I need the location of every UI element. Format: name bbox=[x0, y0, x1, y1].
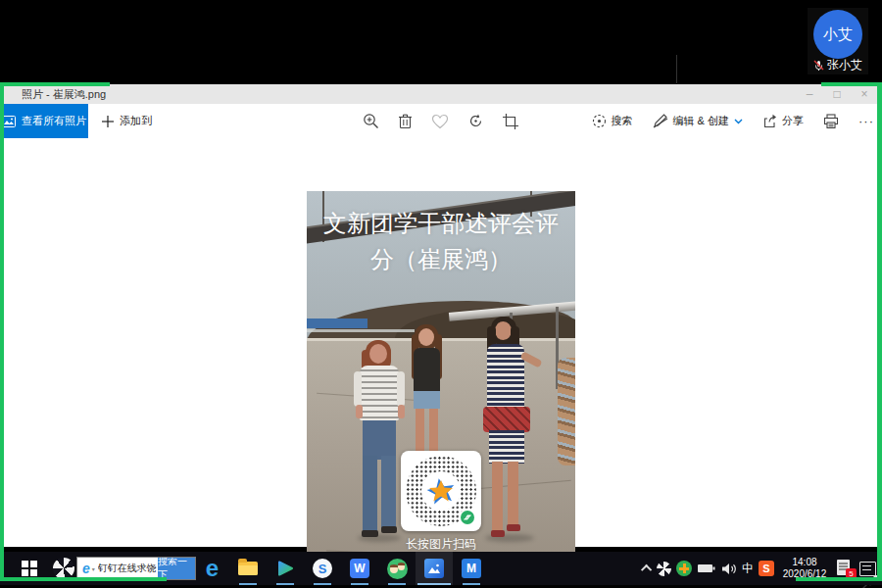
play-icon bbox=[275, 559, 295, 578]
photos-app-window: 照片 - 崔展鸿.png – □ × 查看所有照片 bbox=[0, 84, 882, 547]
ime-language-indicator[interactable]: 中 bbox=[742, 561, 754, 577]
tray-antivirus-icon[interactable] bbox=[676, 561, 692, 576]
open-app-indicator bbox=[314, 583, 331, 585]
tray-expand-chevron-icon[interactable] bbox=[641, 564, 652, 575]
overlay-window-edge bbox=[676, 55, 677, 83]
taskbar-sogou-browser[interactable]: S bbox=[304, 552, 341, 585]
share-icon bbox=[762, 114, 777, 128]
title-bar[interactable]: 照片 - 崔展鸿.png – □ × bbox=[0, 84, 882, 104]
photo-viewer-area: 文新团学干部述评会评分（崔展鸿） bbox=[0, 138, 882, 547]
action-center-icon[interactable] bbox=[859, 562, 876, 576]
tray-pinwheel-icon[interactable] bbox=[657, 562, 671, 576]
more-options-button[interactable]: ··· bbox=[858, 114, 874, 128]
taskbar-edge[interactable]: e bbox=[192, 552, 229, 585]
wechat-icon bbox=[459, 509, 476, 526]
taskbar-meeting-app[interactable] bbox=[378, 552, 416, 585]
edit-create-label: 编辑 & 创建 bbox=[673, 114, 729, 128]
ie-icon: e bbox=[82, 561, 90, 576]
photo-image[interactable]: 文新团学干部述评会评分（崔展鸿） bbox=[307, 191, 575, 580]
active-app-indicator bbox=[417, 583, 451, 585]
photo-person-right bbox=[475, 317, 544, 544]
search-input[interactable]: 钉钉在线求饶 bbox=[98, 562, 158, 575]
share-border-bottom-right bbox=[796, 577, 882, 581]
open-app-indicator bbox=[276, 583, 294, 585]
chevron-down-icon bbox=[734, 119, 743, 124]
photos-app-icon bbox=[424, 559, 444, 578]
zoom-icon[interactable] bbox=[363, 113, 379, 129]
qr-center-logo bbox=[421, 471, 461, 511]
speaker-icon[interactable] bbox=[721, 563, 737, 575]
view-all-photos-label: 查看所有照片 bbox=[22, 114, 86, 128]
meeting-participant-tile[interactable]: 小艾 张小艾 bbox=[808, 8, 868, 74]
participant-name: 张小艾 bbox=[827, 57, 862, 74]
desktop-screen: 小艾 张小艾 照片 - 崔展鸿.png – □ × bbox=[0, 0, 882, 588]
photo-collection-icon bbox=[2, 116, 16, 127]
window-title: 照片 - 崔展鸿.png bbox=[22, 87, 106, 102]
visual-search-icon bbox=[592, 114, 607, 128]
taskbar-m-app[interactable]: M bbox=[453, 552, 490, 585]
share-border-top-right bbox=[821, 82, 882, 86]
taskbar-wps[interactable]: W bbox=[341, 552, 378, 585]
rotate-icon[interactable] bbox=[467, 113, 484, 129]
photos-toolbar: 查看所有照片 添加到 bbox=[0, 104, 882, 138]
close-button[interactable]: × bbox=[851, 84, 878, 104]
pinwheel-app-icon[interactable] bbox=[53, 558, 74, 579]
photo-blue-building bbox=[307, 318, 368, 328]
open-app-indicator bbox=[388, 583, 406, 585]
edit-create-button[interactable]: 编辑 & 创建 bbox=[653, 114, 743, 128]
windows-logo-icon bbox=[22, 561, 37, 576]
edit-pencil-icon bbox=[653, 114, 668, 128]
visual-search-button[interactable]: 搜索 bbox=[592, 114, 633, 128]
share-border-bottom-left bbox=[0, 577, 167, 581]
participant-avatar-text: 小艾 bbox=[823, 25, 853, 44]
add-to-label: 添加到 bbox=[120, 114, 152, 128]
share-label: 分享 bbox=[782, 114, 804, 128]
photo-fence bbox=[307, 329, 415, 332]
crop-icon[interactable] bbox=[503, 114, 518, 129]
photo-person-edge bbox=[558, 358, 575, 495]
sogou-icon: S bbox=[313, 559, 332, 578]
microphone-muted-icon bbox=[813, 60, 824, 72]
taskbar-file-explorer[interactable] bbox=[229, 552, 267, 585]
open-app-indicator bbox=[351, 583, 368, 585]
people-avatars-icon bbox=[387, 559, 408, 579]
edge-icon: e bbox=[206, 555, 219, 582]
view-all-photos-button[interactable]: 查看所有照片 bbox=[0, 104, 88, 138]
visual-search-label: 搜索 bbox=[612, 114, 633, 128]
minimize-button[interactable]: – bbox=[796, 84, 823, 104]
notification-app-icon[interactable]: 5 bbox=[835, 559, 855, 578]
mountain-m-app-icon: M bbox=[462, 559, 481, 578]
taskbar-tencent-video[interactable] bbox=[267, 552, 304, 585]
photo-overlay-title: 文新团学干部述评会评分（崔展鸿） bbox=[317, 205, 565, 277]
participant-avatar: 小艾 bbox=[813, 10, 862, 59]
tray-time: 14:08 bbox=[779, 557, 830, 568]
photo-person-left bbox=[352, 338, 407, 544]
star-logo-icon bbox=[425, 475, 457, 507]
share-border-left bbox=[0, 82, 4, 581]
wps-icon: W bbox=[350, 559, 369, 578]
taskbar-photos-app[interactable] bbox=[416, 552, 453, 585]
maximize-button[interactable]: □ bbox=[823, 84, 851, 104]
open-app-indicator bbox=[239, 583, 257, 585]
favorite-heart-icon[interactable] bbox=[431, 114, 449, 129]
plus-icon bbox=[102, 116, 114, 127]
qr-caption: 长按图片扫码 bbox=[307, 536, 575, 553]
battery-icon[interactable] bbox=[697, 563, 716, 574]
qr-code[interactable] bbox=[401, 451, 481, 531]
delete-icon[interactable] bbox=[398, 113, 413, 129]
search-caret-icon: ▾ bbox=[92, 565, 95, 572]
open-app-indicator bbox=[463, 583, 480, 585]
share-button[interactable]: 分享 bbox=[762, 114, 804, 128]
sogou-ime-icon[interactable]: S bbox=[759, 561, 774, 576]
print-icon[interactable] bbox=[823, 114, 839, 129]
share-border-right bbox=[877, 82, 882, 581]
folder-icon bbox=[238, 562, 258, 575]
share-border-top-left bbox=[0, 82, 110, 86]
add-to-button[interactable]: 添加到 bbox=[102, 114, 152, 128]
